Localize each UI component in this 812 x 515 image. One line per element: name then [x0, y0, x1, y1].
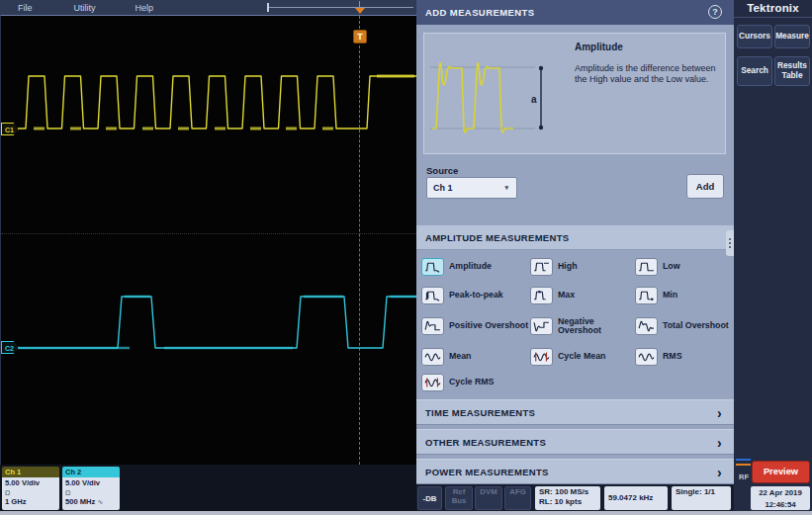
add-button[interactable]: Add [686, 174, 724, 199]
ref-bus-badge[interactable]: Ref Bus [445, 486, 473, 510]
waveform-traces [1, 16, 416, 465]
dimension-label: a [531, 94, 537, 105]
measurement-label: Cycle Mean [558, 352, 605, 361]
measurement-peak-to-peak[interactable]: Peak-to-peak [421, 281, 530, 309]
section-other-measurements[interactable]: OTHER MEASUREMENTS › [416, 429, 734, 455]
ch1-coupling-icon: Ω [5, 488, 59, 497]
chevron-right-icon: › [717, 460, 722, 485]
measurement-label: High [558, 262, 578, 271]
section-label: OTHER MEASUREMENTS [425, 437, 546, 448]
date-text: 22 Apr 2019 [751, 487, 810, 499]
add-measurements-panel: ADD MEASUREMENTS ? a Amplitude Amplitude… [416, 0, 734, 511]
measurement-cycle-mean[interactable]: Cycle Mean [530, 343, 635, 370]
panel-drag-handle[interactable] [726, 230, 734, 256]
help-icon[interactable]: ? [708, 5, 722, 19]
ch1-bandwidth: 1 GHz [5, 497, 59, 507]
measure-button[interactable]: Measure [774, 25, 810, 48]
negative-overshoot-icon [530, 317, 553, 335]
rf-indicator: RF [735, 457, 751, 511]
source-label: Source [426, 165, 458, 176]
measurement-grid: Amplitude High Low Peak-to-peak [421, 252, 730, 394]
amplitude-diagram: a [424, 34, 563, 151]
menu-bar: File Utility Help [0, 0, 416, 15]
section-power-measurements[interactable]: POWER MEASUREMENTS › [416, 459, 734, 484]
measurement-label: Low [663, 262, 680, 271]
preview-button[interactable]: Preview [752, 461, 810, 483]
measurement-label: Min [663, 291, 677, 300]
search-button[interactable]: Search [737, 56, 772, 86]
right-sidebar: Tektronix Cursors Measure Search Results… [734, 0, 812, 511]
section-time-measurements[interactable]: TIME MEASUREMENTS › [416, 399, 734, 425]
window-bottom-edge [0, 511, 812, 515]
source-value: Ch 1 [433, 183, 453, 193]
high-icon [530, 258, 553, 276]
measurement-info-box: a Amplitude Amplitude is the difference … [423, 33, 726, 154]
menu-utility[interactable]: Utility [70, 3, 100, 13]
time-text: 12:46:54 [751, 499, 810, 511]
measurement-total-overshoot[interactable]: Total Overshoot [635, 309, 730, 343]
low-icon [635, 258, 658, 276]
measurement-label: Max [558, 291, 575, 300]
measurement-amplitude[interactable]: Amplitude [421, 252, 530, 281]
measurement-low[interactable]: Low [635, 252, 730, 281]
measurement-max[interactable]: Max [530, 281, 635, 309]
afg-badge[interactable]: AFG [504, 486, 531, 510]
ch1-scale: 5.00 V/div [5, 478, 59, 488]
blue-indicator-line [736, 459, 751, 461]
cycle-mean-icon [530, 348, 553, 366]
oscilloscope-app: File Utility Help T C1 C2 Ch 1 5.00 V/di… [0, 0, 812, 515]
acquisition-info-badge[interactable]: SR: 100 MS/s RL: 10 kpts [535, 486, 600, 510]
max-icon [530, 287, 553, 304]
record-length: RL: 10 kpts [539, 497, 596, 507]
measurement-cycle-rms[interactable]: Cycle RMS [421, 370, 530, 394]
amplitude-section-header[interactable]: AMPLITUDE MEASUREMENTS [416, 225, 734, 250]
measurement-rms[interactable]: RMS [635, 343, 730, 370]
positive-overshoot-icon [421, 317, 444, 335]
db-badge[interactable]: -DB [417, 486, 442, 510]
measurement-positive-overshoot[interactable]: Positive Overshoot [421, 309, 530, 343]
amplitude-icon [421, 258, 444, 276]
ch1-badge-title: Ch 1 [2, 467, 59, 477]
cursors-button[interactable]: Cursors [737, 25, 772, 48]
rms-icon [635, 348, 658, 366]
measurement-label: Total Overshoot [663, 321, 729, 330]
measurement-label: Mean [449, 352, 472, 361]
mean-icon [421, 348, 444, 366]
menu-file[interactable]: File [14, 3, 37, 13]
ch2-badge[interactable]: Ch 2 5.00 V/div Ω 500 MHz ∿ [62, 467, 120, 510]
dvm-badge[interactable]: DVM [475, 486, 502, 510]
measurement-min[interactable]: Min [635, 281, 730, 309]
measurement-high[interactable]: High [530, 252, 635, 281]
acq-mode-badge[interactable]: Single: 1/1 [672, 486, 731, 510]
trigger-position-icon[interactable] [354, 1, 365, 14]
measurement-label: Peak-to-peak [449, 291, 503, 300]
trigger-vertical-line [359, 16, 360, 465]
horizontal-position-handle[interactable] [267, 3, 269, 12]
ch2-coupling-icon: Ω [65, 488, 120, 497]
horizontal-position-track [269, 7, 413, 8]
info-description: Amplitude is the difference between the … [575, 63, 721, 86]
status-bar: -DB Ref Bus DVM AFG SR: 100 MS/s RL: 10 … [416, 484, 734, 511]
tektronix-logo: Tektronix [734, 2, 812, 18]
section-label: TIME MEASUREMENTS [425, 407, 535, 418]
measurement-negative-overshoot[interactable]: Negative Overshoot [530, 309, 635, 343]
menu-help[interactable]: Help [132, 3, 158, 13]
trigger-flag[interactable]: T [353, 30, 367, 43]
section-label: POWER MEASUREMENTS [425, 467, 549, 477]
measurement-label: Positive Overshoot [449, 321, 528, 330]
info-title: Amplitude [575, 42, 623, 52]
measurement-label: Cycle RMS [449, 378, 494, 386]
peak-to-peak-icon [421, 287, 444, 304]
graticule-centerline [1, 233, 416, 234]
rf-label: RF [739, 472, 749, 481]
frequency-badge[interactable]: 59.0472 kHz [604, 486, 668, 510]
results-table-button[interactable]: Results Table [774, 56, 810, 86]
cycle-rms-icon [421, 374, 444, 391]
measurement-mean[interactable]: Mean [421, 343, 530, 370]
channel-badge-bar: Ch 1 5.00 V/div Ω 1 GHz Ch 2 5.00 V/div … [0, 465, 416, 511]
sample-rate: SR: 100 MS/s [539, 487, 596, 497]
source-select[interactable]: Ch 1 ▾ [426, 177, 517, 199]
dropdown-arrow-icon: ▾ [504, 178, 508, 198]
waveform-display[interactable]: T C1 C2 [0, 15, 416, 465]
ch1-badge[interactable]: Ch 1 5.00 V/div Ω 1 GHz [2, 467, 59, 510]
